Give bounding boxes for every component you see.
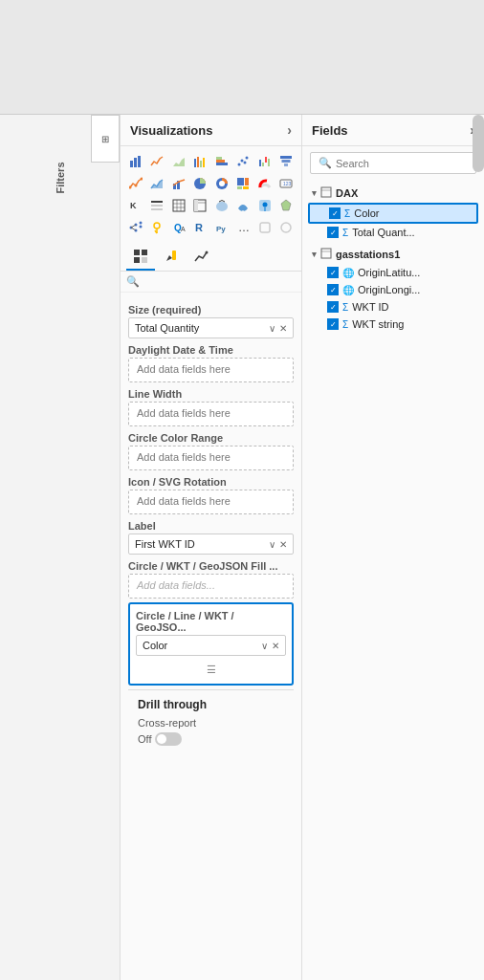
svg-rect-74 (172, 250, 176, 260)
gasstations-group-label: gasstations1 (336, 249, 400, 260)
fields-panel: Fields › 🔍 ▾ DAX ✓ (302, 115, 484, 980)
filter-toggle-box[interactable]: ⊞ (91, 115, 120, 163)
svg-rect-21 (284, 163, 288, 166)
azure-map-icon[interactable] (255, 196, 275, 215)
area-marker-icon[interactable] (148, 174, 167, 193)
svg-rect-76 (321, 187, 331, 197)
scatter-chart-icon[interactable] (234, 152, 253, 171)
wkt-string-checkmark: ✓ (330, 320, 337, 329)
gauge-icon[interactable] (255, 174, 275, 193)
tree-item-origin-lon-label: OriginLongi... (358, 284, 420, 295)
tree-item-origin-lon[interactable]: ✓ 🌐 OriginLongi... (308, 281, 478, 298)
pie-icon[interactable] (191, 174, 210, 193)
tree-group-dax-header[interactable]: ▾ DAX (308, 184, 478, 203)
slicer-icon[interactable] (148, 196, 167, 215)
combo-icon[interactable] (169, 174, 188, 193)
svg-point-23 (134, 185, 137, 187)
svg-point-13 (244, 162, 247, 164)
toggle-track[interactable] (155, 732, 182, 746)
tab-format[interactable] (157, 244, 186, 271)
tree-item-color[interactable]: ✓ Σ Color (308, 203, 478, 224)
svg-point-14 (246, 157, 249, 160)
svg-rect-38 (151, 201, 163, 203)
area-chart-icon[interactable] (169, 152, 188, 171)
custom-visual-2-icon[interactable] (277, 218, 297, 237)
visualizations-panel: Visualizations › (121, 115, 302, 980)
dax-group-label: DAX (336, 187, 358, 199)
bar-clustered-icon[interactable] (191, 152, 210, 171)
toggle-knob (157, 734, 166, 744)
stacked-bar-icon[interactable] (212, 152, 231, 171)
custom-visual-1-icon[interactable] (255, 218, 275, 237)
qa-icon[interactable]: QA (169, 218, 188, 237)
color-remove-btn[interactable]: ✕ (272, 641, 279, 651)
viz-icons-row-1 (126, 152, 296, 171)
matrix-icon[interactable] (191, 196, 210, 215)
viz-expand-icon[interactable]: › (287, 122, 292, 138)
svg-text:123: 123 (283, 181, 292, 186)
kpi-icon[interactable]: K (126, 196, 145, 215)
tree-item-wkt-string[interactable]: ✓ Σ WKT string (308, 316, 478, 333)
icon-svg-drop-box[interactable]: Add data fields here (128, 490, 294, 514)
field-dropdown-btn[interactable]: ∨ (269, 323, 275, 334)
table-icon[interactable] (169, 196, 188, 215)
highlighted-section-label: Circle / Line / WKT / GeoJSO... (136, 610, 286, 633)
svg-rect-48 (194, 200, 198, 211)
tree-item-wkt-id[interactable]: ✓ Σ WKT ID (308, 298, 478, 316)
more-visuals-icon[interactable]: … (234, 218, 253, 237)
first-wkt-remove-btn[interactable]: ✕ (279, 539, 287, 550)
circle-wkt-drop-box[interactable]: Add data fields... (128, 574, 294, 599)
donut-icon[interactable] (212, 174, 231, 193)
total-quant-checkbox: ✓ (327, 227, 339, 238)
bar-chart-icon[interactable] (126, 152, 145, 171)
dax-table-icon (320, 186, 332, 200)
field-remove-btn[interactable]: ✕ (279, 323, 287, 334)
svg-rect-34 (243, 186, 249, 189)
circle-color-drop-box[interactable]: Add data fields here (128, 446, 294, 470)
scroll-indicator[interactable] (473, 115, 484, 172)
svg-point-60 (154, 223, 160, 229)
color-dropdown-btn[interactable]: ∨ (261, 641, 268, 651)
origin-lat-checkmark: ✓ (330, 269, 337, 277)
svg-rect-4 (194, 159, 196, 167)
filled-map-icon[interactable] (234, 196, 253, 215)
tab-analytics[interactable] (187, 244, 216, 271)
svg-point-11 (238, 163, 241, 166)
wkt-string-checkbox: ✓ (327, 318, 339, 330)
tree-item-origin-lat[interactable]: ✓ 🌐 OriginLatitu... (308, 264, 478, 281)
key-influencers-icon[interactable] (148, 218, 167, 237)
svg-point-12 (241, 160, 244, 163)
daylight-drop-box[interactable]: Add data fields here (128, 358, 294, 382)
line-chart-icon[interactable] (148, 152, 167, 171)
py-visual-icon[interactable]: Py (212, 218, 231, 237)
total-quantity-field: Total Quantity ∨ ✕ (128, 317, 294, 338)
funnel-icon[interactable] (277, 152, 297, 171)
shape-map-icon[interactable] (277, 196, 297, 215)
treemap-icon[interactable] (234, 174, 253, 193)
cross-report-toggle[interactable]: Off (138, 732, 182, 746)
toggle-off-label: Off (138, 733, 151, 745)
label-label: Label (128, 520, 294, 532)
line-marker-icon[interactable] (126, 174, 145, 193)
first-wkt-dropdown-btn[interactable]: ∨ (269, 539, 275, 550)
sigma-icon-wkt-id: Σ (342, 302, 348, 313)
map-icon[interactable] (212, 196, 231, 215)
globe-icon-lon: 🌐 (342, 285, 354, 295)
tree-item-wkt-id-label: WKT ID (352, 301, 388, 313)
search-icon: 🔍 (126, 275, 140, 288)
fields-search-input[interactable] (336, 158, 468, 169)
line-width-label: Line Width (128, 388, 294, 400)
cross-report-label: Cross-report (138, 717, 196, 729)
waterfall-icon[interactable] (255, 152, 275, 171)
tree-group-gasstations-header[interactable]: ▾ gasstations1 (308, 245, 478, 264)
line-width-drop-box[interactable]: Add data fields here (128, 402, 294, 426)
svg-line-59 (131, 228, 136, 230)
tree-item-total-quant[interactable]: ✓ Σ Total Quant... (308, 224, 478, 241)
tab-fields[interactable] (126, 244, 155, 271)
filters-label: Filters (55, 162, 66, 193)
color-checkmark: ✓ (332, 209, 339, 218)
card-icon[interactable]: 123 (277, 174, 297, 193)
r-visual-icon[interactable]: R (191, 218, 210, 237)
fields-search-box[interactable]: 🔍 (310, 152, 476, 174)
decomp-tree-icon[interactable] (126, 218, 145, 237)
